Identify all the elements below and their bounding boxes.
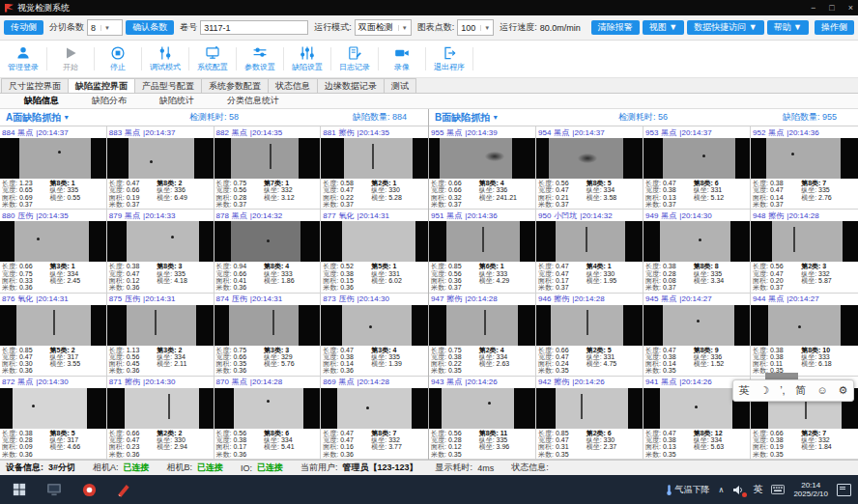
tab-main-1[interactable]: 缺陷监控界面: [68, 78, 135, 93]
sliders-h-button[interactable]: 参数设置: [239, 41, 281, 77]
defect-cell-954[interactable]: 954黑点|20:14:37长度: 0.56宽度: 0.47面积: 0.21米数…: [536, 126, 644, 210]
defect-cell-953[interactable]: 953黑点|20:14:37长度: 0.47宽度: 0.38面积: 0.13米数…: [644, 126, 751, 210]
operator-side-button[interactable]: 操作侧: [815, 20, 854, 35]
defect-cell-879[interactable]: 879黑点|20:14:33长度: 0.38宽度: 0.47面积: 0.12米数…: [107, 210, 214, 293]
play-button[interactable]: 开始: [49, 41, 92, 77]
tab-sub-2[interactable]: 缺陷统计: [143, 94, 211, 108]
tab-sub-1[interactable]: 缺陷分布: [75, 94, 143, 108]
defect-cell-869[interactable]: 869黑点|20:14:28长度: 0.47宽度: 0.47面积: 0.16米数…: [321, 377, 428, 460]
taskbar-app-icon-3[interactable]: [106, 475, 141, 504]
defect-cell-870[interactable]: 870黑点|20:14:28长度: 0.56宽度: 0.38面积: 0.17米数…: [214, 377, 322, 460]
defect-cell-950[interactable]: 950小凹坑|20:14:32长度: 0.47宽度: 0.47面积: 0.17米…: [536, 210, 644, 293]
defect-cell-942[interactable]: 942擦伤|20:14:26长度: 0.85宽度: 0.47面积: 0.31米数…: [536, 377, 644, 460]
defect-cell-881[interactable]: 881擦伤|20:14:35长度: 0.58宽度: 0.47面积: 0.22米数…: [321, 126, 428, 210]
defect-cell-883[interactable]: 883黑点|20:14:37长度: 0.47宽度: 0.66面积: 0.19米数…: [107, 126, 214, 210]
defect-timestamp: |20:14:28: [572, 294, 604, 303]
exit-button[interactable]: 退出程序: [428, 41, 471, 77]
defect-id: 877: [323, 211, 335, 220]
tab-sub-3[interactable]: 分类信息统计: [211, 94, 296, 108]
defect-cell-884[interactable]: 884黑点|20:14:37长度: 1.23宽度: 0.65面积: 0.69米数…: [0, 126, 107, 210]
ime-simplified-chinese[interactable]: 简: [796, 385, 807, 396]
roll-number-input[interactable]: [200, 20, 308, 35]
defect-type: 黑点: [446, 377, 462, 387]
clear-alarm-button[interactable]: 清除报警: [591, 20, 640, 35]
ime-english-mode[interactable]: 英: [738, 385, 749, 396]
defect-class: 第4类: 1: [586, 263, 617, 269]
data-shortcut-menu-button[interactable]: 数据快捷访问 ▼: [687, 20, 763, 35]
start-button[interactable]: [2, 475, 37, 504]
taskbar-clock[interactable]: 20:14 2025/2/10: [793, 481, 828, 498]
touch-keyboard-icon[interactable]: [771, 485, 785, 494]
taskbar-app-icon-2[interactable]: [72, 475, 106, 504]
stop-button[interactable]: 停止: [97, 41, 139, 77]
ime-emoji-icon[interactable]: ☺: [816, 385, 827, 396]
monitor-button[interactable]: 系统配置: [191, 41, 234, 77]
defect-mark: [695, 406, 698, 408]
ime-language-indicator[interactable]: 英: [753, 483, 762, 496]
defect-cell-882[interactable]: 882黑点|20:14:35长度: 0.75宽度: 0.56面积: 0.28米数…: [214, 126, 322, 210]
volume-icon[interactable]: [732, 485, 744, 495]
defect-cell-876[interactable]: 876氧化|20:14:31长度: 0.85宽度: 0.47面积: 0.30米数…: [0, 294, 107, 377]
defect-cell-877[interactable]: 877氧化|20:14:31长度: 0.52宽度: 0.38面积: 0.15米数…: [321, 210, 428, 293]
defect-cell-880[interactable]: 880压伤|20:14:35长度: 0.66宽度: 0.75面积: 0.33米数…: [0, 210, 107, 293]
defect-cell-949[interactable]: 949黑点|20:14:30长度: 0.38宽度: 0.28面积: 0.08米数…: [644, 210, 751, 293]
defect-timestamp: |20:14:28: [358, 378, 389, 386]
weather-widget[interactable]: 气温下降: [666, 484, 710, 496]
close-button[interactable]: ×: [848, 3, 853, 13]
defect-cell-871[interactable]: 871擦伤|20:14:30长度: 0.66宽度: 0.47面积: 0.23米数…: [107, 377, 214, 460]
tab-main-3[interactable]: 系统参数配置: [201, 78, 269, 93]
chart-points-select[interactable]: 100▼: [457, 19, 494, 36]
defect-mark: [171, 236, 174, 238]
taskbar-app-icon-1[interactable]: [37, 475, 72, 504]
notification-center-icon[interactable]: [837, 484, 851, 496]
maximize-button[interactable]: □: [829, 3, 834, 13]
confirm-strips-button[interactable]: 确认条数: [126, 20, 174, 35]
tab-main-6[interactable]: 测试: [384, 78, 416, 93]
defect-cell-951[interactable]: 951黑点|20:14:36长度: 0.85宽度: 0.56面积: 0.36米数…: [429, 210, 536, 293]
defect-cell-945[interactable]: 945黑点|20:14:27长度: 0.47宽度: 0.38面积: 0.14米数…: [644, 294, 751, 377]
toolbar-button-label: 参数设置: [244, 62, 275, 72]
defect-type: 压伤: [339, 294, 355, 304]
tray-expand-caret[interactable]: ∧: [719, 486, 725, 494]
defect-info: 长度: 0.66宽度: 0.75面积: 0.33米数: 0.36第3类: 1纵坐…: [0, 262, 106, 292]
camera-button[interactable]: 录像: [381, 41, 423, 77]
tune-button[interactable]: 调试模式: [144, 41, 186, 77]
defect-cell-947[interactable]: 947擦伤|20:14:28长度: 0.75宽度: 0.38面积: 0.22米数…: [429, 294, 536, 377]
tab-sub-0[interactable]: 缺陷信息: [8, 94, 75, 108]
ime-settings-gear-icon[interactable]: ⚙: [839, 385, 848, 396]
ime-halfwidth-moon-icon[interactable]: ☽: [759, 385, 769, 396]
tab-main-5[interactable]: 边缘数据记录: [317, 78, 385, 93]
sliders-v-button[interactable]: 缺陷设置: [286, 41, 329, 77]
strips-select[interactable]: 8▼: [87, 19, 123, 36]
journal-button[interactable]: 日志记录: [333, 41, 376, 77]
defect-class: 第8类: 11: [479, 430, 510, 436]
defect-class: 第8类: 2: [157, 180, 187, 186]
defect-cell-946[interactable]: 946擦伤|20:14:28长度: 0.66宽度: 0.47面积: 0.24米数…: [536, 294, 644, 377]
defect-cell-955[interactable]: 955黑点|20:14:39长度: 0.66宽度: 0.66面积: 0.32米数…: [429, 126, 536, 210]
defect-info: 长度: 0.66宽度: 0.47面积: 0.23米数: 0.36第2类: 2纵坐…: [107, 429, 214, 459]
minimize-button[interactable]: −: [811, 3, 815, 13]
defect-cell-948[interactable]: 948擦伤|20:14:28长度: 0.56宽度: 0.47面积: 0.20米数…: [751, 210, 858, 293]
defect-cell-874[interactable]: 874压伤|20:14:31长度: 0.75宽度: 0.66面积: 0.35米数…: [214, 294, 322, 377]
defect-cell-952[interactable]: 952黑点|20:14:36长度: 0.38宽度: 0.47面积: 0.14米数…: [751, 126, 858, 210]
exit-icon: [442, 45, 457, 61]
tab-main-4[interactable]: 状态信息: [268, 78, 318, 93]
defect-cell-873[interactable]: 873压伤|20:14:30长度: 0.47宽度: 0.38面积: 0.14米数…: [321, 294, 428, 377]
defect-cell-875[interactable]: 875压伤|20:14:31长度: 1.13宽度: 0.56面积: 0.45米数…: [107, 294, 214, 377]
tab-main-2[interactable]: 产品型号配置: [134, 78, 202, 93]
defect-cell-label: 884黑点|20:14:37: [0, 126, 106, 138]
ime-punctuation[interactable]: ’,: [780, 385, 786, 396]
tab-main-0[interactable]: 尺寸监控界面: [1, 78, 69, 93]
defect-info: 长度: 0.56宽度: 0.47面积: 0.20米数: 0.37第2类: 3纵坐…: [751, 262, 858, 292]
drive-side-button[interactable]: 传动侧: [4, 20, 43, 35]
defect-timestamp: |20:14:33: [143, 211, 175, 220]
defect-mark: [699, 238, 701, 241]
defect-cell-943[interactable]: 943黑点|20:14:26长度: 0.56宽度: 0.28面积: 0.12米数…: [429, 377, 536, 460]
help-menu-button[interactable]: 帮助 ▼: [767, 20, 809, 35]
user-button[interactable]: 管理登录: [2, 41, 44, 77]
defect-cell-878[interactable]: 878黑点|20:14:32长度: 0.94宽度: 0.66面积: 0.41米数…: [214, 210, 322, 293]
defect-cell-872[interactable]: 872黑点|20:14:30长度: 0.38宽度: 0.28面积: 0.09米数…: [0, 377, 107, 460]
view-menu-button[interactable]: 视图 ▼: [643, 20, 684, 35]
run-mode-select[interactable]: 双面检测▼: [355, 19, 412, 36]
defect-cell-944[interactable]: 944黑点|20:14:27长度: 0.38宽度: 0.38面积: 0.11米数…: [751, 294, 858, 377]
